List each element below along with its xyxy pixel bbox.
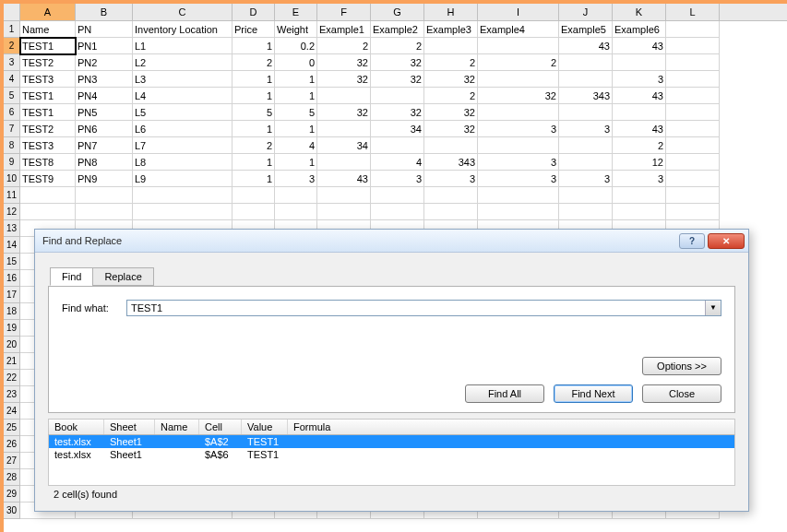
cell[interactable]: Example2 bbox=[371, 21, 424, 38]
cell[interactable]: Weight bbox=[275, 21, 317, 38]
cell[interactable]: Example6 bbox=[613, 21, 666, 38]
cell[interactable] bbox=[478, 187, 559, 204]
cell[interactable] bbox=[133, 204, 233, 220]
cell[interactable] bbox=[559, 154, 613, 171]
cell[interactable]: 34 bbox=[317, 137, 371, 154]
cell[interactable]: 3 bbox=[559, 171, 613, 187]
cell[interactable] bbox=[424, 38, 478, 54]
row-header[interactable]: 24 bbox=[4, 403, 20, 420]
cell[interactable]: L8 bbox=[133, 154, 233, 171]
cell[interactable]: 2 bbox=[233, 54, 275, 71]
cell[interactable]: 1 bbox=[275, 154, 317, 171]
window-close-button[interactable]: ✕ bbox=[708, 233, 745, 249]
cell[interactable]: PN7 bbox=[76, 137, 133, 154]
tab-replace[interactable]: Replace bbox=[92, 267, 153, 286]
cell[interactable]: 3 bbox=[275, 171, 317, 187]
cell[interactable] bbox=[666, 171, 720, 187]
row-header[interactable]: 22 bbox=[4, 370, 20, 386]
cell[interactable]: 3 bbox=[478, 121, 559, 137]
row-header[interactable]: 28 bbox=[4, 469, 20, 486]
cell[interactable]: 32 bbox=[371, 71, 424, 88]
cell[interactable] bbox=[559, 187, 613, 204]
cell[interactable]: 1 bbox=[275, 88, 317, 104]
cell[interactable] bbox=[133, 187, 233, 204]
find-next-button[interactable]: Find Next bbox=[554, 384, 633, 403]
cell[interactable] bbox=[666, 204, 720, 220]
row-header[interactable]: 12 bbox=[4, 204, 20, 220]
cell[interactable] bbox=[76, 187, 133, 204]
close-button[interactable]: Close bbox=[642, 384, 721, 403]
cell[interactable] bbox=[478, 137, 559, 154]
options-button[interactable]: Options >> bbox=[642, 357, 721, 375]
cell[interactable]: 32 bbox=[371, 104, 424, 121]
row-header[interactable]: 30 bbox=[4, 502, 20, 519]
cell[interactable] bbox=[424, 204, 478, 220]
cell[interactable]: 32 bbox=[317, 104, 371, 121]
cell[interactable]: 3 bbox=[424, 171, 478, 187]
results-col-cell[interactable]: Cell bbox=[199, 420, 242, 434]
cell[interactable] bbox=[275, 187, 317, 204]
row-header[interactable]: 11 bbox=[4, 187, 20, 204]
row-header[interactable]: 26 bbox=[4, 436, 20, 453]
cell[interactable]: 343 bbox=[559, 88, 613, 104]
column-header-C[interactable]: C bbox=[133, 4, 233, 20]
cell[interactable] bbox=[424, 137, 478, 154]
row-header[interactable]: 8 bbox=[4, 137, 20, 154]
cell[interactable]: PN5 bbox=[76, 104, 133, 121]
cell[interactable] bbox=[559, 137, 613, 154]
cell[interactable]: 3 bbox=[613, 71, 666, 88]
result-row[interactable]: test.xlsxSheet1$A$6TEST1 bbox=[49, 448, 734, 461]
cell[interactable]: 43 bbox=[613, 121, 666, 137]
cell[interactable] bbox=[317, 154, 371, 171]
cell[interactable]: TEST2 bbox=[20, 121, 76, 137]
cell[interactable]: 1 bbox=[275, 121, 317, 137]
cell[interactable]: 2 bbox=[317, 38, 371, 54]
cell[interactable]: 3 bbox=[559, 121, 613, 137]
row-header[interactable]: 15 bbox=[4, 254, 20, 270]
column-header-A[interactable]: A bbox=[20, 4, 76, 20]
cell[interactable]: PN9 bbox=[76, 171, 133, 187]
cell[interactable]: 1 bbox=[233, 154, 275, 171]
cell[interactable]: PN bbox=[76, 21, 133, 38]
row-header[interactable]: 19 bbox=[4, 320, 20, 337]
cell[interactable]: 5 bbox=[233, 104, 275, 121]
row-header[interactable]: 20 bbox=[4, 337, 20, 353]
cell[interactable] bbox=[666, 154, 720, 171]
results-col-formula[interactable]: Formula bbox=[288, 420, 734, 434]
column-header-B[interactable]: B bbox=[76, 4, 133, 20]
cell[interactable] bbox=[613, 204, 666, 220]
cell[interactable]: 2 bbox=[233, 137, 275, 154]
row-header[interactable]: 10 bbox=[4, 171, 20, 187]
cell[interactable]: PN8 bbox=[76, 154, 133, 171]
cell[interactable] bbox=[371, 88, 424, 104]
cell[interactable]: L3 bbox=[133, 71, 233, 88]
cell[interactable]: 32 bbox=[371, 54, 424, 71]
cell[interactable] bbox=[478, 104, 559, 121]
cell[interactable] bbox=[666, 21, 720, 38]
cell[interactable]: Example5 bbox=[559, 21, 613, 38]
row-header[interactable]: 23 bbox=[4, 386, 20, 403]
cell[interactable] bbox=[666, 137, 720, 154]
cell[interactable]: 2 bbox=[424, 88, 478, 104]
row-header[interactable]: 27 bbox=[4, 453, 20, 469]
cell[interactable]: PN6 bbox=[76, 121, 133, 137]
results-col-name[interactable]: Name bbox=[155, 420, 199, 434]
cell[interactable] bbox=[317, 88, 371, 104]
row-header[interactable]: 18 bbox=[4, 303, 20, 320]
cell[interactable] bbox=[559, 54, 613, 71]
row-header[interactable]: 25 bbox=[4, 420, 20, 436]
cell[interactable]: Example3 bbox=[424, 21, 478, 38]
cell[interactable]: Example4 bbox=[478, 21, 559, 38]
cell[interactable]: L4 bbox=[133, 88, 233, 104]
cell[interactable]: TEST1 bbox=[20, 88, 76, 104]
cell[interactable]: TEST8 bbox=[20, 154, 76, 171]
cell[interactable] bbox=[478, 38, 559, 54]
cell[interactable]: 3 bbox=[613, 171, 666, 187]
cell[interactable]: TEST1 bbox=[20, 104, 76, 121]
cell[interactable]: 32 bbox=[424, 121, 478, 137]
row-header[interactable]: 2 bbox=[4, 38, 20, 54]
cell[interactable] bbox=[317, 121, 371, 137]
row-header[interactable]: 3 bbox=[4, 54, 20, 71]
cell[interactable]: 3 bbox=[478, 154, 559, 171]
column-header-F[interactable]: F bbox=[317, 4, 371, 20]
